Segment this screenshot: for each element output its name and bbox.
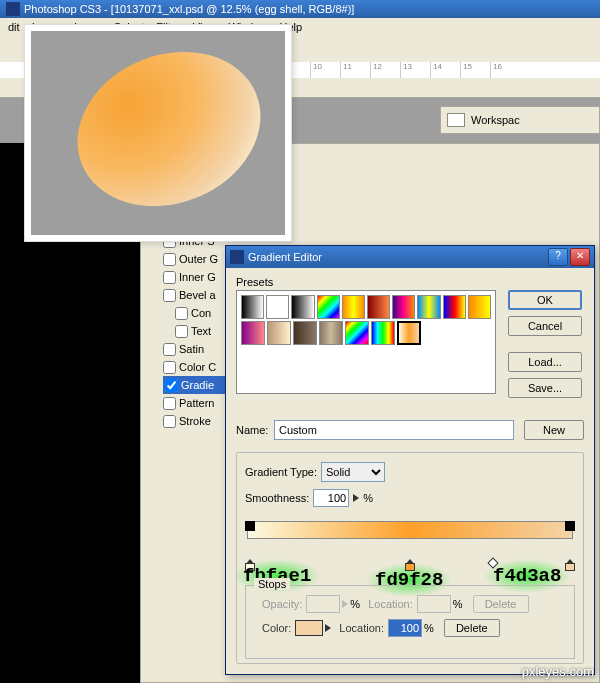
stop-opacity-input bbox=[306, 595, 340, 613]
preset-swatch[interactable] bbox=[267, 321, 291, 345]
save-button[interactable]: Save... bbox=[508, 378, 582, 398]
preset-swatch[interactable] bbox=[417, 295, 440, 319]
style-checkbox[interactable] bbox=[165, 379, 178, 392]
preset-swatch[interactable] bbox=[241, 295, 264, 319]
style-item[interactable]: Stroke bbox=[163, 412, 225, 430]
window-title: Photoshop CS3 - [10137071_xxl.psd @ 12.5… bbox=[24, 3, 354, 15]
stops-legend: Stops bbox=[254, 578, 290, 590]
style-list: Inner SOuter GInner GBevel aConTextSatin… bbox=[163, 232, 225, 430]
delete-button: Delete bbox=[473, 595, 529, 613]
preset-swatch[interactable] bbox=[397, 321, 421, 345]
style-label: Stroke bbox=[179, 415, 211, 427]
style-item[interactable]: Color C bbox=[163, 358, 225, 376]
name-input[interactable] bbox=[274, 420, 514, 440]
preset-swatch[interactable] bbox=[392, 295, 415, 319]
style-checkbox[interactable] bbox=[163, 415, 176, 428]
style-checkbox[interactable] bbox=[163, 253, 176, 266]
style-checkbox[interactable] bbox=[163, 361, 176, 374]
style-checkbox[interactable] bbox=[163, 343, 176, 356]
preset-swatch[interactable] bbox=[293, 321, 317, 345]
opacity-stop[interactable] bbox=[565, 521, 575, 531]
stop-location-input[interactable] bbox=[388, 619, 422, 637]
preset-swatch[interactable] bbox=[266, 295, 289, 319]
style-label: Gradie bbox=[181, 379, 214, 391]
preset-swatch[interactable] bbox=[291, 295, 314, 319]
preset-swatch[interactable] bbox=[342, 295, 365, 319]
gradient-editor-dialog: Gradient Editor ? ✕ Presets bbox=[225, 245, 595, 675]
dialog-icon bbox=[230, 250, 244, 264]
workspace-label: Workspac bbox=[471, 114, 520, 126]
ok-button[interactable]: OK bbox=[508, 290, 582, 310]
style-checkbox[interactable] bbox=[175, 307, 188, 320]
opacity-stop[interactable] bbox=[245, 521, 255, 531]
preset-swatch[interactable] bbox=[371, 321, 395, 345]
preset-swatch[interactable] bbox=[317, 295, 340, 319]
style-label: Satin bbox=[179, 343, 204, 355]
style-item[interactable]: Text bbox=[163, 322, 225, 340]
close-icon[interactable]: ✕ bbox=[570, 248, 590, 266]
preset-swatch[interactable] bbox=[443, 295, 466, 319]
stop-color-label: Color: bbox=[262, 622, 291, 634]
preset-swatch[interactable] bbox=[345, 321, 369, 345]
style-item[interactable]: Bevel a bbox=[163, 286, 225, 304]
style-checkbox[interactable] bbox=[163, 289, 176, 302]
window-titlebar: Photoshop CS3 - [10137071_xxl.psd @ 12.5… bbox=[0, 0, 600, 18]
stop-opacity-label: Opacity: bbox=[262, 598, 302, 610]
preset-swatch[interactable] bbox=[367, 295, 390, 319]
smoothness-input[interactable] bbox=[313, 489, 349, 507]
style-label: Pattern bbox=[179, 397, 214, 409]
workspace-bar[interactable]: Workspac bbox=[440, 106, 600, 134]
color-stop[interactable] bbox=[565, 559, 575, 569]
preset-swatch[interactable] bbox=[319, 321, 343, 345]
presets-label: Presets bbox=[236, 276, 584, 288]
style-label: Text bbox=[191, 325, 211, 337]
color-swatch[interactable] bbox=[295, 620, 323, 636]
gradient-type-label: Gradient Type: bbox=[245, 466, 317, 478]
style-item[interactable]: Inner G bbox=[163, 268, 225, 286]
style-label: Outer G bbox=[179, 253, 218, 265]
style-checkbox[interactable] bbox=[175, 325, 188, 338]
chevron-down-icon[interactable] bbox=[353, 494, 359, 502]
hex-annotation: f4d3a8 bbox=[493, 565, 561, 587]
style-item[interactable]: Satin bbox=[163, 340, 225, 358]
style-label: Inner G bbox=[179, 271, 216, 283]
load-button[interactable]: Load... bbox=[508, 352, 582, 372]
style-item[interactable]: Pattern bbox=[163, 394, 225, 412]
stops-group: Stops Opacity: % Location: % Delete Colo… bbox=[245, 585, 575, 659]
preset-swatch[interactable] bbox=[241, 321, 265, 345]
chevron-down-icon[interactable] bbox=[325, 624, 331, 632]
style-item[interactable]: Con bbox=[163, 304, 225, 322]
workspace-icon bbox=[447, 113, 465, 127]
style-label: Color C bbox=[179, 361, 216, 373]
menu-edit[interactable]: dit bbox=[2, 19, 26, 35]
preview-canvas bbox=[31, 31, 285, 235]
style-item[interactable]: Outer G bbox=[163, 250, 225, 268]
name-label: Name: bbox=[236, 424, 274, 436]
gradient-editor-title: Gradient Editor bbox=[248, 251, 322, 263]
delete-button[interactable]: Delete bbox=[444, 619, 500, 637]
chevron-down-icon bbox=[342, 600, 348, 608]
stop-location-label: Location: bbox=[339, 622, 384, 634]
style-checkbox[interactable] bbox=[163, 271, 176, 284]
cancel-button[interactable]: Cancel bbox=[508, 316, 582, 336]
gradient-type-select[interactable]: Solid bbox=[321, 462, 385, 482]
egg-shape bbox=[54, 25, 284, 233]
color-stop[interactable] bbox=[405, 559, 415, 569]
style-label: Bevel a bbox=[179, 289, 216, 301]
gradient-bar[interactable] bbox=[245, 521, 575, 569]
style-label: Con bbox=[191, 307, 211, 319]
help-icon[interactable]: ? bbox=[548, 248, 568, 266]
stop-location-input bbox=[417, 595, 451, 613]
stop-location-label: Location: bbox=[368, 598, 413, 610]
app-icon bbox=[6, 2, 20, 16]
style-item[interactable]: Gradie bbox=[163, 376, 225, 394]
watermark: pxleyes.com bbox=[522, 664, 594, 679]
preview-overlay bbox=[24, 24, 292, 242]
preset-grid[interactable] bbox=[236, 290, 496, 394]
gradient-editor-titlebar[interactable]: Gradient Editor ? ✕ bbox=[226, 246, 594, 268]
gradient-preview-bar[interactable] bbox=[247, 521, 573, 539]
preset-swatch[interactable] bbox=[468, 295, 491, 319]
smoothness-label: Smoothness: bbox=[245, 492, 309, 504]
new-button[interactable]: New bbox=[524, 420, 584, 440]
style-checkbox[interactable] bbox=[163, 397, 176, 410]
